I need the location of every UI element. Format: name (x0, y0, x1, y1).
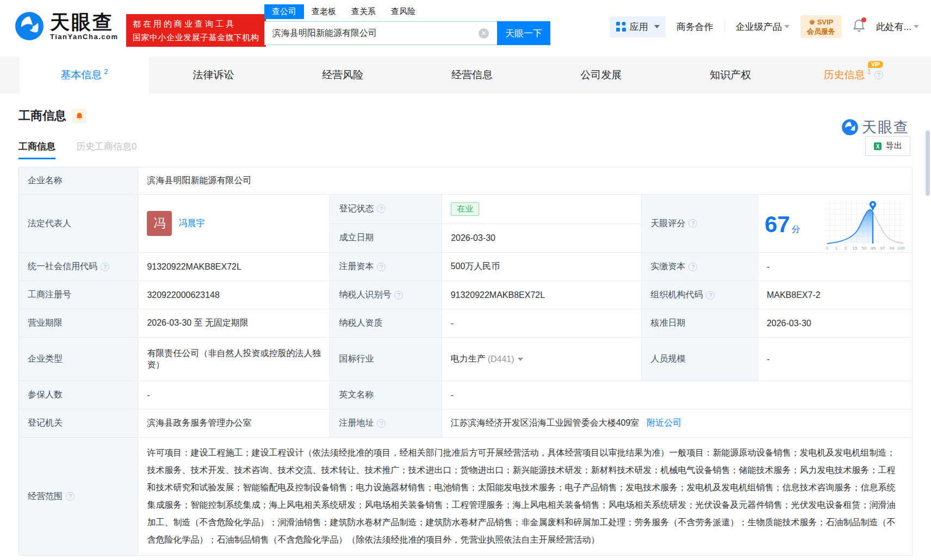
score-distribution-chart: 0 1 3 15 50 85 97 99 100 (822, 198, 908, 251)
field-label: 组织机构代码 (650, 289, 703, 301)
logo-title: 天眼查 (50, 12, 119, 33)
tab-history-info[interactable]: VIP 历史信息 1 ? (795, 57, 911, 94)
help-icon[interactable]: ? (377, 204, 386, 213)
svg-text:1: 1 (835, 246, 838, 251)
status-badge: 在业 (451, 202, 479, 216)
help-icon[interactable]: ? (394, 291, 403, 300)
tab-legal-litigation[interactable]: 法律诉讼 (149, 57, 278, 94)
help-icon[interactable]: ? (688, 263, 697, 271)
nearby-companies-link[interactable]: 附近公司 (647, 418, 681, 429)
help-icon[interactable]: ? (377, 419, 386, 428)
tab-label: 公司发展 (581, 68, 622, 82)
field-label-group: 纳税人识别号 ? (330, 281, 441, 309)
scrollbar-thumb[interactable] (926, 130, 930, 196)
field-label: 国标行业 (330, 338, 441, 381)
search-input[interactable] (264, 21, 497, 45)
help-icon[interactable]: ? (874, 71, 883, 79)
field-label-group: 注册地址 ? (330, 409, 441, 437)
chevron-down-icon (784, 25, 790, 28)
menu-enterprise[interactable]: 企业级产品 (736, 21, 790, 33)
site-header: 天眼查 TianYanCha.com 都在用的商业查询工具 国家中小企业发展子基… (0, 0, 931, 53)
search-tab-risk[interactable]: 查风险 (383, 4, 423, 19)
reg-no-value: 320922000623148 (138, 281, 330, 309)
account-menu[interactable]: 此处有... (876, 21, 919, 33)
apps-menu[interactable]: 应用 (610, 16, 666, 38)
field-label: 实缴资本 (650, 261, 685, 272)
status-date-block: 登记状态 ? 在业 成立日期 2026-03-30 (330, 195, 641, 252)
score-value: 67 (765, 211, 790, 237)
help-icon[interactable]: ? (377, 263, 386, 271)
notification-bell-icon[interactable] (853, 19, 865, 35)
reg-status-cell: 在业 (442, 195, 641, 223)
field-label: 纳税人识别号 (339, 289, 391, 301)
tab-operation-info[interactable]: 经营信息 (407, 57, 537, 94)
help-icon[interactable]: ? (101, 263, 109, 271)
svip-sub-label: 会员服务 (807, 27, 835, 36)
subtab-history-business-info[interactable]: 历史工商信息0 (76, 140, 136, 159)
svip-member-button[interactable]: ♚ SVIP 会员服务 (800, 15, 842, 38)
reg-capital-value: 500万人民币 (442, 253, 642, 281)
help-icon[interactable]: ? (706, 291, 715, 300)
company-name-value: 滨海县明阳新能源有限公司 (138, 167, 912, 194)
export-label: 导出 (886, 141, 902, 151)
table-row: 参保人数 - 英文名称 - (19, 381, 912, 409)
field-label: 注册资本 (339, 261, 374, 272)
field-label: 人员规模 (641, 338, 757, 381)
subscribe-bell-icon[interactable] (72, 109, 86, 123)
field-label: 登记机关 (19, 409, 138, 437)
field-label: 工商注册号 (19, 281, 138, 309)
legal-rep-link[interactable]: 冯晨宇 (178, 218, 204, 229)
tab-basic-info[interactable]: 基本信息 2 (20, 57, 149, 94)
staff-size-value: - (758, 338, 912, 381)
search-tab-boss[interactable]: 查老板 (304, 4, 344, 19)
field-label: 参保人数 (19, 381, 138, 409)
table-row: 企业类型 有限责任公司（非自然人投资或控股的法人独资） 国标行业 电力生产 (D… (19, 338, 912, 381)
field-label-group: 登记状态 ? (330, 195, 442, 223)
notification-dot (861, 17, 866, 22)
tab-operation-risk[interactable]: 经营风险 (278, 57, 407, 94)
company-type-value: 有限责任公司（非自然人投资或控股的法人独资） (138, 338, 330, 381)
help-icon[interactable]: ? (66, 492, 75, 501)
score-cell: 67分 (758, 195, 912, 252)
svg-text:X: X (876, 144, 880, 150)
subtab-business-info[interactable]: 工商信息 (18, 140, 55, 159)
credit-code-value: 91320922MAKB8EX72L (138, 253, 330, 281)
tianyancha-logo-icon (14, 11, 45, 41)
svg-text:99: 99 (890, 246, 895, 251)
company-nav-tabs: 基本信息 2 法律诉讼 经营风险 经营信息 公司发展 知识产权 VIP 历史信息… (0, 57, 931, 94)
tianyancha-logo[interactable]: 天眼查 TianYanCha.com (14, 11, 119, 41)
field-label: 营业期限 (19, 309, 138, 337)
field-label: 纳税人资质 (330, 309, 441, 337)
address-cell: 江苏滨海经济开发区沿海工业园管委会大楼409室 附近公司 (442, 409, 912, 437)
tab-label: 历史信息 (823, 68, 865, 82)
field-label-group: 天眼评分 ? (641, 195, 757, 252)
search-tab-company[interactable]: 查公司 (264, 4, 304, 19)
establish-date-value: 2026-03-30 (442, 224, 641, 253)
tab-label: 经营风险 (322, 68, 363, 82)
search-tab-relation[interactable]: 查关系 (344, 4, 383, 19)
taxpayer-no-value: 91320922MAKB8EX72L (442, 281, 642, 309)
legal-rep-cell: 冯 冯晨宇 (138, 195, 330, 252)
field-label-group: 实缴资本 ? (641, 253, 757, 281)
scrollbar[interactable] (926, 92, 930, 560)
chevron-down-icon[interactable] (518, 358, 523, 361)
search-button[interactable]: 天眼一下 (497, 21, 550, 45)
svg-text:100: 100 (897, 246, 905, 251)
search-tabs: 查公司 查老板 查关系 查风险 (264, 4, 550, 19)
field-label-group: 经营范围 ? (19, 438, 138, 555)
watermark-icon (841, 119, 859, 136)
svg-text:50: 50 (862, 246, 867, 251)
svip-label: SVIP (817, 18, 834, 26)
export-button[interactable]: X 导出 (865, 136, 910, 156)
field-label: 经营范围 (28, 491, 63, 502)
apps-label: 应用 (630, 21, 648, 33)
industry-cell: 电力生产 (D441) (442, 338, 642, 381)
svg-text:3: 3 (845, 246, 847, 251)
logo-domain: TianYanCha.com (50, 33, 119, 41)
tab-intellectual-property[interactable]: 知识产权 (666, 57, 795, 94)
clear-search-icon[interactable]: ✕ (479, 28, 489, 39)
tab-company-development[interactable]: 公司发展 (537, 57, 666, 94)
help-icon[interactable]: ? (688, 219, 697, 228)
legal-rep-avatar[interactable]: 冯 (147, 211, 172, 236)
menu-cooperation[interactable]: 商务合作 (676, 21, 713, 33)
